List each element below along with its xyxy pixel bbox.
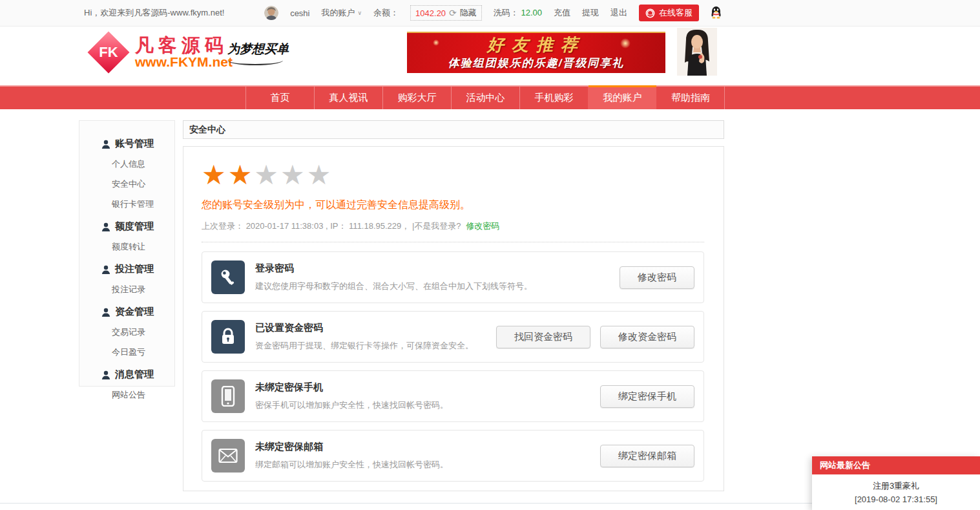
sidebar-item-today-profit[interactable]: 今日盈亏 <box>79 346 174 358</box>
balance-box: 1042.20 ⟳ 隐藏 <box>410 5 482 21</box>
nav-item-lottery-hall[interactable]: 购彩大厅 <box>382 87 451 109</box>
sidebar-section-messages[interactable]: 消息管理 <box>79 368 174 381</box>
slogan: 为梦想买单 <box>227 41 289 65</box>
security-item-actions: 找回资金密码 修改资金密码 <box>496 326 694 348</box>
sidebar-item-site-announcements[interactable]: 网站公告 <box>79 389 174 401</box>
nav-item-my-account[interactable]: 我的账户 <box>588 87 656 109</box>
sidebar-section-betting[interactable]: 投注管理 <box>79 263 174 275</box>
nav-item-activity-center[interactable]: 活动中心 <box>451 87 519 109</box>
refresh-icon[interactable]: ⟳ <box>449 8 457 18</box>
star-filled-icon: ★ <box>202 160 228 190</box>
logo-text: 凡客源码 www.FKYM.net <box>135 36 233 69</box>
bind-phone-button[interactable]: 绑定密保手机 <box>600 385 694 408</box>
star-empty-icon: ★ <box>254 160 280 190</box>
recover-fund-password-button[interactable]: 找回资金密码 <box>496 326 590 348</box>
balance-value: 1042.20 <box>415 8 446 18</box>
sidebar-section-funds[interactable]: 资金管理 <box>79 306 174 318</box>
nav-item-label: 我的账户 <box>603 92 642 104</box>
sidebar-section-label: 额度管理 <box>115 220 154 233</box>
logo-mark-text: FK <box>94 37 123 67</box>
chevron-down-icon: ∨ <box>358 10 362 16</box>
sidebar-item-quota-transfer[interactable]: 额度转让 <box>79 241 174 253</box>
user-icon <box>101 308 110 317</box>
announcement-popup: 网站最新公告 注册3重豪礼 [2019-08-02 17:31:55] <box>812 456 980 510</box>
security-item-actions: 修改密码 <box>620 266 694 289</box>
online-service-label: 在线客服 <box>659 7 693 19</box>
wash-value: 12.00 <box>521 8 542 17</box>
qq-icon[interactable] <box>711 6 722 21</box>
security-level-message: 您的账号安全级别为中，可以通过完善安全信息提高级别。 <box>202 198 704 212</box>
security-items: 登录密码 建议您使用字母和数字的组合、混合大小写、在组合中加入下划线等符号。 修… <box>202 251 704 482</box>
security-item-text: 未绑定密保邮箱 绑定邮箱可以增加账户安全性，快速找回帐号密码。 <box>255 441 448 471</box>
nav-item-mobile-lottery[interactable]: 手机购彩 <box>519 87 588 109</box>
security-item-desc: 资金密码用于提现、绑定银行卡等操作，可保障资金安全。 <box>255 340 474 352</box>
lock-icon <box>211 320 245 354</box>
security-star-rating: ★★★★★ <box>202 162 704 188</box>
nav-item-label: 活动中心 <box>466 92 505 104</box>
sidebar-item-security-center[interactable]: 安全中心 <box>79 178 174 190</box>
nav-item-label: 首页 <box>271 92 290 104</box>
user-icon <box>101 140 110 149</box>
last-login-label: 上次登录： <box>202 221 244 231</box>
topbar-account-group: ceshi 我的账户 ∨ 余额： 1042.20 ⟳ 隐藏 洗码： 12.00 … <box>264 5 722 21</box>
hide-balance-link[interactable]: 隐藏 <box>460 7 477 19</box>
recharge-link[interactable]: 充值 <box>554 7 570 19</box>
balance-label: 余额： <box>373 7 399 19</box>
announcement-title-link[interactable]: 注册3重豪礼 <box>812 480 980 492</box>
top-bar: Hi，欢迎来到凡客源码-www.fkym.net! ceshi 我的账户 ∨ 余… <box>0 0 980 27</box>
security-item-text: 已设置资金密码 资金密码用于提现、绑定银行卡等操作，可保障资金安全。 <box>255 322 474 352</box>
security-item-login-password: 登录密码 建议您使用字母和数字的组合、混合大小写、在组合中加入下划线等符号。 修… <box>202 251 704 303</box>
security-panel: ★★★★★ 您的账号安全级别为中，可以通过完善安全信息提高级别。 上次登录： 2… <box>183 146 724 491</box>
not-me-text: |不是我登录? <box>412 221 461 231</box>
account-menu[interactable]: 我的账户 ∨ <box>322 7 362 19</box>
headset-icon <box>645 8 655 18</box>
sidebar-section-account[interactable]: 账号管理 <box>79 138 174 150</box>
user-icon <box>101 370 110 379</box>
sidebar-section-label: 资金管理 <box>115 306 154 318</box>
site-logo[interactable]: FK 凡客源码 www.FKYM.net <box>89 32 233 72</box>
username: ceshi <box>290 8 309 18</box>
welcome-text: Hi，欢迎来到凡客源码-www.fkym.net! <box>84 7 224 19</box>
sidebar-section-label: 投注管理 <box>115 263 154 275</box>
avatar[interactable] <box>264 6 278 20</box>
sidebar-item-transaction-records[interactable]: 交易记录 <box>79 326 174 338</box>
nav-item-help-guide[interactable]: 帮助指南 <box>656 87 725 109</box>
security-item-title: 未绑定密保邮箱 <box>255 441 448 453</box>
promo-banner[interactable]: 好友推荐 体验组团娱乐的乐趣/晋级同享礼 <box>407 32 665 73</box>
withdraw-link[interactable]: 提现 <box>582 7 599 19</box>
nav-item-label: 购彩大厅 <box>398 92 437 104</box>
announcement-popup-header[interactable]: 网站最新公告 <box>812 456 980 474</box>
sidebar-item-bank-card[interactable]: 银行卡管理 <box>79 198 174 210</box>
change-password-link[interactable]: 修改密码 <box>466 221 499 231</box>
security-item-desc: 建议您使用字母和数字的组合、混合大小写、在组合中加入下划线等符号。 <box>255 281 532 292</box>
logo-title: 凡客源码 <box>135 36 233 55</box>
security-item-desc: 密保手机可以增加账户安全性，快速找回帐号密码。 <box>255 399 448 411</box>
sparkle-icon <box>465 61 472 68</box>
slogan-underline <box>227 59 283 65</box>
security-item-title: 登录密码 <box>255 262 532 275</box>
change-login-password-button[interactable]: 修改密码 <box>620 266 694 289</box>
logo-diamond-icon: FK <box>87 31 129 73</box>
key-icon <box>211 260 245 294</box>
sparkle-icon <box>433 39 439 46</box>
nav-item-label: 帮助指南 <box>671 92 710 104</box>
change-fund-password-button[interactable]: 修改资金密码 <box>600 326 694 348</box>
logout-link[interactable]: 退出 <box>610 7 627 19</box>
sidebar-section-quota[interactable]: 额度管理 <box>79 220 174 233</box>
security-item-fund-password: 已设置资金密码 资金密码用于提现、绑定银行卡等操作，可保障资金安全。 找回资金密… <box>202 311 704 363</box>
nav-item-live-video[interactable]: 真人视讯 <box>314 87 382 109</box>
nav-item-home[interactable]: 首页 <box>245 87 314 109</box>
sidebar-section-label: 消息管理 <box>115 368 154 381</box>
security-item-text: 未绑定密保手机 密保手机可以增加账户安全性，快速找回帐号密码。 <box>255 381 448 411</box>
security-item-phone: 未绑定密保手机 密保手机可以增加账户安全性，快速找回帐号密码。 绑定密保手机 <box>202 370 704 422</box>
announcement-timestamp: [2019-08-02 17:31:55] <box>812 494 980 504</box>
sidebar-item-personal-info[interactable]: 个人信息 <box>79 158 174 170</box>
user-icon <box>101 222 110 231</box>
star-empty-icon: ★ <box>307 160 333 190</box>
security-item-text: 登录密码 建议您使用字母和数字的组合、混合大小写、在组合中加入下划线等符号。 <box>255 262 532 292</box>
security-item-desc: 绑定邮箱可以增加账户安全性，快速找回帐号密码。 <box>255 459 448 471</box>
banner-title: 好友推荐 <box>487 36 585 53</box>
online-service-button[interactable]: 在线客服 <box>639 5 699 21</box>
sidebar-item-bet-records[interactable]: 投注记录 <box>79 284 174 295</box>
bind-email-button[interactable]: 绑定密保邮箱 <box>600 445 694 467</box>
